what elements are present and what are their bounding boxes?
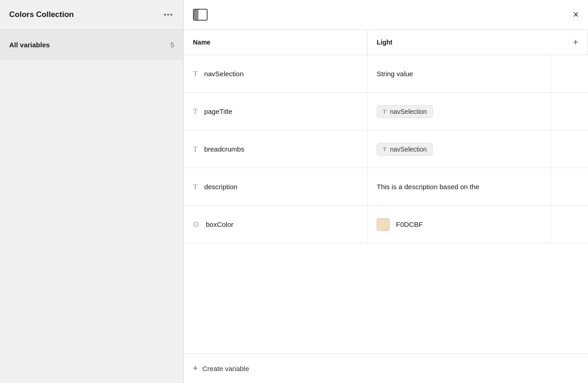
cell-name-breadcrumbs: T breadcrumbs — [184, 130, 368, 168]
table-row: T pageTitle T navSelection — [184, 93, 588, 130]
cell-extra-navselection — [551, 55, 588, 92]
table-row: T breadcrumbs T navSelection — [184, 130, 588, 168]
cell-value-description[interactable]: This is a description based on the — [368, 168, 551, 205]
alias-badge-icon: T — [383, 146, 386, 153]
add-column-button[interactable]: + — [573, 37, 578, 48]
cell-extra-boxcolor — [551, 206, 588, 243]
toolbar-left — [193, 9, 208, 21]
bottom-toolbar: + Create variable — [184, 353, 588, 383]
column-header-name: Name — [184, 30, 368, 55]
close-button[interactable]: × — [573, 10, 579, 20]
more-dot-3 — [170, 14, 172, 16]
all-variables-label: All variables — [9, 41, 50, 49]
var-name-pagetitle: pageTitle — [204, 107, 232, 115]
cell-name-pagetitle: T pageTitle — [184, 93, 368, 130]
type-icon-string: T — [193, 183, 198, 191]
table-header: Name Light + — [184, 30, 588, 55]
toolbar: × — [184, 0, 588, 30]
create-variable-button[interactable]: + Create variable — [193, 364, 249, 373]
sidebar-title: Colors Collection — [9, 10, 74, 19]
name-column-label: Name — [193, 39, 210, 46]
value-text-description: This is a description based on the — [377, 183, 479, 191]
create-variable-label: Create variable — [203, 365, 249, 372]
value-text-navselection: String value — [377, 70, 413, 78]
table-row: T navSelection String value — [184, 55, 588, 93]
cell-value-navselection[interactable]: String value — [368, 55, 551, 92]
plus-icon: + — [193, 364, 198, 373]
cell-value-pagetitle[interactable]: T navSelection — [368, 93, 551, 130]
alias-badge-pagetitle: T navSelection — [377, 105, 433, 118]
alias-badge-text: navSelection — [390, 146, 427, 153]
type-icon-string: T — [193, 145, 198, 153]
all-variables-section[interactable]: All variables 5 — [0, 30, 183, 60]
sidebar-header: Colors Collection — [0, 0, 183, 30]
table-row: T description This is a description base… — [184, 168, 588, 206]
more-button[interactable] — [162, 12, 174, 17]
var-name-boxcolor: boxColor — [206, 220, 233, 228]
panel-icon-left — [194, 10, 198, 20]
var-name-navselection: navSelection — [204, 70, 243, 78]
cell-extra-pagetitle — [551, 93, 588, 130]
alias-badge-text: navSelection — [390, 108, 427, 115]
table-row: ⊙ boxColor F0DCBF — [184, 206, 588, 243]
panel-toggle-button[interactable] — [193, 9, 208, 21]
all-variables-count: 5 — [170, 41, 174, 49]
cell-extra-breadcrumbs — [551, 130, 588, 168]
var-name-description: description — [204, 183, 237, 191]
cell-name-description: T description — [184, 168, 368, 205]
column-header-light: Light + — [368, 30, 588, 55]
table-body: T navSelection String value T pageTitle … — [184, 55, 588, 353]
type-icon-color: ⊙ — [193, 220, 199, 229]
cell-name-boxcolor: ⊙ boxColor — [184, 206, 368, 243]
cell-name-navselection: T navSelection — [184, 55, 368, 92]
light-column-label: Light — [377, 39, 392, 46]
cell-extra-description — [551, 168, 588, 205]
value-text-boxcolor: F0DCBF — [396, 220, 423, 228]
color-swatch-boxcolor — [377, 218, 390, 231]
more-dot-2 — [167, 14, 169, 16]
more-dot-1 — [164, 14, 166, 16]
type-icon-string: T — [193, 70, 198, 78]
type-icon-string: T — [193, 107, 198, 115]
var-name-breadcrumbs: breadcrumbs — [204, 145, 244, 153]
cell-value-boxcolor[interactable]: F0DCBF — [368, 206, 551, 243]
main-content: × Name Light + T navSelection String val… — [184, 0, 588, 383]
sidebar: Colors Collection All variables 5 — [0, 0, 184, 383]
alias-badge-breadcrumbs: T navSelection — [377, 143, 433, 156]
alias-badge-icon: T — [383, 108, 386, 115]
modal-container: Colors Collection All variables 5 × — [0, 0, 588, 383]
cell-value-breadcrumbs[interactable]: T navSelection — [368, 130, 551, 168]
